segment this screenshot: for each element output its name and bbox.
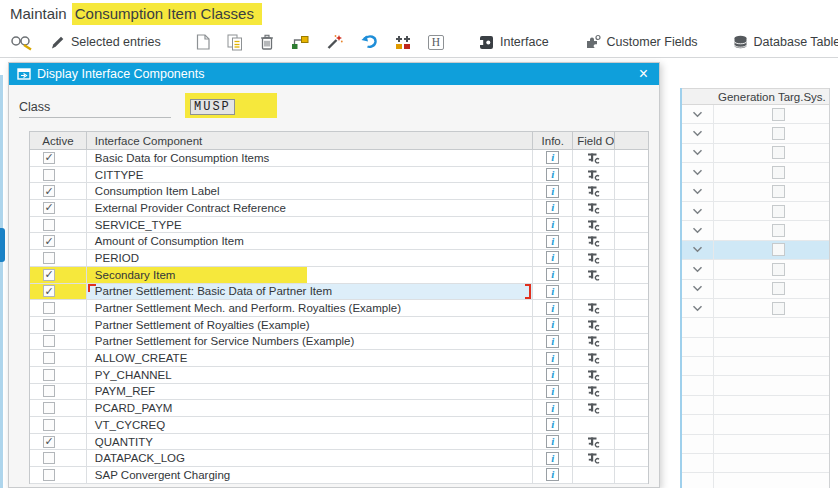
active-checkbox[interactable] [43, 169, 55, 181]
dropdown-cell[interactable] [682, 299, 714, 317]
undo-button[interactable] [360, 35, 378, 49]
active-checkbox[interactable] [43, 452, 55, 464]
generation-checkbox[interactable] [772, 224, 785, 237]
dropdown-cell[interactable] [682, 144, 714, 162]
dropdown-cell[interactable] [682, 241, 714, 259]
field-options-icon[interactable] [587, 302, 600, 314]
dropdown-cell[interactable] [682, 124, 714, 142]
copy-subtree-button[interactable] [291, 34, 309, 50]
dropdown-cell[interactable] [682, 202, 714, 220]
generation-checkbox[interactable] [772, 127, 785, 140]
active-checkbox[interactable] [43, 369, 55, 381]
selected-entries-button[interactable]: Selected entries [50, 35, 161, 50]
info-icon[interactable]: i [546, 418, 559, 431]
component-name-cell[interactable]: PY_CHANNEL [87, 367, 534, 383]
field-options-icon[interactable] [587, 252, 600, 264]
info-icon[interactable]: i [546, 368, 559, 381]
field-options-icon[interactable] [587, 219, 600, 231]
component-name-cell[interactable]: Consumption Item Label [87, 183, 534, 199]
info-icon[interactable]: i [546, 318, 559, 331]
field-options-icon[interactable] [587, 452, 600, 464]
active-checkbox[interactable] [43, 385, 55, 397]
dropdown-cell[interactable] [682, 105, 714, 123]
generation-checkbox[interactable] [772, 302, 785, 315]
field-options-icon[interactable] [587, 269, 600, 281]
info-icon[interactable]: i [546, 435, 559, 448]
info-icon[interactable]: i [546, 385, 559, 398]
history-button[interactable]: H [428, 35, 444, 50]
info-icon[interactable]: i [546, 452, 559, 465]
field-options-icon[interactable] [587, 335, 600, 347]
active-checkbox[interactable] [43, 269, 55, 281]
interface-button[interactable]: Interface [479, 35, 549, 50]
component-name-cell[interactable]: SERVICE_TYPE [87, 217, 534, 233]
field-options-icon[interactable] [587, 169, 600, 181]
field-options-icon[interactable] [587, 436, 600, 448]
active-checkbox[interactable] [43, 152, 55, 164]
class-value-field[interactable]: MUSP [190, 99, 235, 115]
active-checkbox[interactable] [43, 319, 55, 331]
scroll-position-indicator[interactable] [0, 228, 5, 262]
component-name-cell[interactable]: SAP Convergent Charging [87, 467, 534, 483]
component-name-cell[interactable]: ALLOW_CREATE [87, 350, 534, 366]
field-options-icon[interactable] [587, 202, 600, 214]
dialog-titlebar[interactable]: Display Interface Components × [9, 63, 659, 85]
active-checkbox[interactable] [43, 219, 55, 231]
component-name-cell[interactable]: Basic Data for Consumption Items [87, 150, 534, 166]
customer-fields-button[interactable]: Customer Fields [584, 34, 698, 50]
field-options-icon[interactable] [587, 402, 600, 414]
column-header-field-options[interactable]: Field O.. [573, 132, 615, 149]
copy-button[interactable] [227, 34, 243, 51]
active-checkbox[interactable] [43, 469, 55, 481]
generation-checkbox[interactable] [772, 282, 785, 295]
info-icon[interactable]: i [546, 235, 559, 248]
generation-checkbox[interactable] [772, 166, 785, 179]
info-icon[interactable]: i [546, 168, 559, 181]
component-name-cell[interactable]: Partner Settlement of Royalties (Example… [87, 317, 534, 333]
info-icon[interactable]: i [546, 302, 559, 315]
pattern-button[interactable] [326, 34, 343, 50]
info-icon[interactable]: i [546, 468, 559, 481]
generation-checkbox[interactable] [772, 243, 785, 256]
generation-checkbox[interactable] [772, 108, 785, 121]
info-icon[interactable]: i [546, 402, 559, 415]
info-icon[interactable]: i [546, 352, 559, 365]
generation-checkbox[interactable] [772, 185, 785, 198]
component-name-cell[interactable]: CITTYPE [87, 167, 534, 183]
active-checkbox[interactable] [43, 285, 55, 297]
generation-checkbox[interactable] [772, 205, 785, 218]
info-icon[interactable]: i [546, 218, 559, 231]
component-name-cell[interactable]: DATAPACK_LOG [87, 450, 534, 466]
delete-button[interactable] [260, 34, 274, 50]
component-name-cell[interactable]: Partner Settlement Mech. and Perform. Ro… [87, 300, 534, 316]
database-tables-button[interactable]: Database Tables [733, 35, 838, 49]
info-icon[interactable]: i [546, 151, 559, 164]
column-header-generation-target-system[interactable]: Generation Targ.Sys. [682, 88, 829, 105]
active-checkbox[interactable] [43, 235, 55, 247]
field-options-icon[interactable] [587, 352, 600, 364]
active-checkbox[interactable] [43, 252, 55, 264]
field-options-icon[interactable] [587, 319, 600, 331]
component-name-cell[interactable]: Partner Settlement: Basic Data of Partne… [87, 284, 534, 300]
active-checkbox[interactable] [43, 202, 55, 214]
dropdown-cell[interactable] [682, 183, 714, 201]
active-checkbox[interactable] [43, 302, 55, 314]
info-icon[interactable]: i [546, 335, 559, 348]
create-button[interactable] [196, 34, 210, 50]
info-icon[interactable]: i [546, 201, 559, 214]
field-options-icon[interactable] [587, 369, 600, 381]
active-checkbox[interactable] [43, 419, 55, 431]
info-icon[interactable]: i [546, 251, 559, 264]
component-name-cell[interactable]: VT_CYCREQ [87, 417, 534, 433]
field-options-icon[interactable] [587, 152, 600, 164]
component-name-cell[interactable]: PCARD_PAYM [87, 400, 534, 416]
component-name-cell[interactable]: Secondary Item [87, 267, 534, 283]
active-checkbox[interactable] [43, 436, 55, 448]
column-header-interface-component[interactable]: Interface Component [87, 132, 533, 149]
dropdown-cell[interactable] [682, 260, 714, 278]
active-checkbox[interactable] [43, 185, 55, 197]
component-name-cell[interactable]: Amount of Consumption Item [87, 233, 534, 249]
component-name-cell[interactable]: PERIOD [87, 250, 534, 266]
info-icon[interactable]: i [546, 285, 559, 298]
field-options-icon[interactable] [587, 185, 600, 197]
